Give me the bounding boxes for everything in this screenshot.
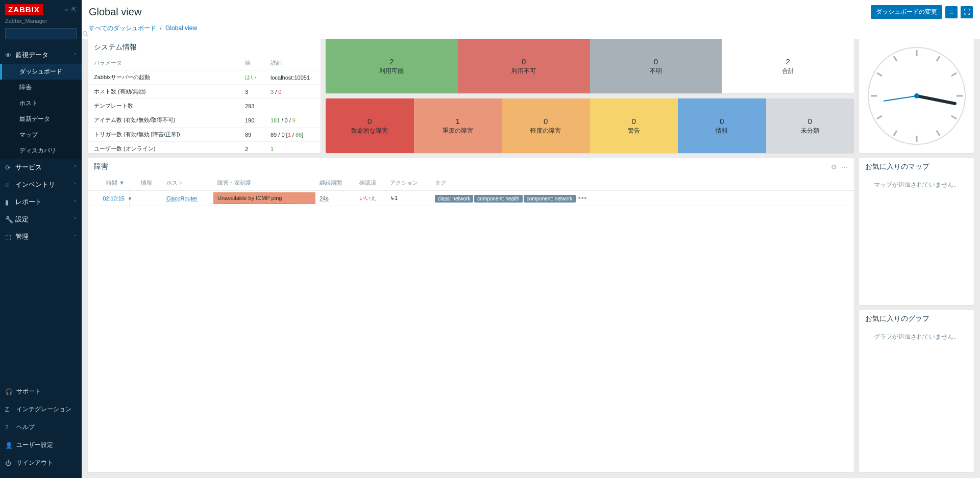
search-input[interactable]: [6, 29, 82, 39]
foot-サインアウト[interactable]: ⏻サインアウト: [0, 454, 82, 472]
status-tile-情報[interactable]: 0情報: [678, 98, 766, 153]
col-duration: 継続期間: [315, 175, 355, 191]
problem-duration: 24s: [320, 195, 329, 202]
nav-label: 設定: [15, 215, 74, 224]
nav-item-マップ[interactable]: マップ: [0, 127, 82, 143]
problem-ack[interactable]: いいえ: [359, 195, 376, 201]
status-tile-利用可能[interactable]: 2利用可能: [326, 39, 458, 93]
tile-count: 2: [389, 57, 394, 66]
tile-count: 0: [654, 57, 658, 66]
tags-more-icon[interactable]: •••: [578, 194, 587, 202]
widget-sysinfo: システム情報 パラメータ 値 詳細 Zabbixサーバーの起動はいlocalho…: [88, 39, 321, 153]
nav-label: 監視データ: [15, 51, 74, 60]
foot-label: ユーザー設定: [16, 441, 53, 449]
problem-actions[interactable]: ↳1: [386, 191, 431, 206]
problem-host[interactable]: CiscoRouter: [166, 195, 198, 202]
nav-cat-5[interactable]: ⬚管理˅: [0, 228, 82, 245]
chevron-icon: ˅: [74, 199, 77, 205]
problem-time[interactable]: 02:10:15: [88, 191, 129, 206]
status-tile-軽度の障害[interactable]: 0軽度の障害: [502, 98, 590, 153]
chevron-icon: ˅: [74, 217, 77, 222]
edit-dashboard-button[interactable]: ダッシュボードの変更: [871, 5, 942, 19]
foot-icon: ⏻: [5, 460, 16, 467]
col-host: ホスト: [162, 175, 213, 191]
nav-item-ディスカバリ[interactable]: ディスカバリ: [0, 143, 82, 159]
favgraphs-empty: グラフが追加されていません。: [859, 328, 974, 346]
tile-label: 利用可能: [379, 67, 404, 76]
nav-icon: ▮: [5, 198, 15, 206]
status-tile-利用不可[interactable]: 0利用不可: [458, 39, 590, 93]
foot-ユーザー設定[interactable]: 👤ユーザー設定: [0, 436, 82, 454]
nav-cat-1[interactable]: ⟳サービス˅: [0, 159, 82, 176]
widget-problems: 障害 ⚙ ⋯ 時間 ▼ 情報 ホスト 障害・深刻度 継続期間 確認済 アクション…: [88, 158, 854, 472]
sysinfo-row: Zabbixサーバーの起動はいlocalhost:10051: [88, 70, 321, 85]
nav-icon: 👁: [5, 52, 15, 59]
tile-label: 合計: [782, 67, 794, 76]
gear-icon[interactable]: ⚙: [831, 163, 837, 171]
status-tile-重度の障害[interactable]: 1重度の障害: [414, 98, 502, 153]
nav-cat-3[interactable]: ▮レポート˅: [0, 193, 82, 211]
tile-count: 2: [786, 57, 790, 66]
clock-face: [866, 45, 968, 147]
search-icon[interactable]: [82, 29, 88, 39]
collapse-icon[interactable]: «: [65, 6, 68, 13]
col-time[interactable]: 時間 ▼: [88, 175, 129, 191]
sysinfo-row: テンプレート数293: [88, 99, 321, 113]
foot-ヘルプ[interactable]: ?ヘルプ: [0, 418, 82, 436]
tile-label: 軽度の障害: [530, 127, 561, 135]
svg-line-1: [86, 35, 88, 36]
col-actions: アクション: [386, 175, 431, 191]
status-tile-未分類[interactable]: 0未分類: [766, 98, 854, 153]
tile-label: 致命的な障害: [351, 127, 388, 135]
server-name: Zabbix_Manager: [5, 15, 77, 28]
logo[interactable]: ZABBIX: [5, 4, 43, 15]
nav-label: 管理: [15, 232, 74, 241]
favmaps-title: お気に入りのマップ: [859, 158, 974, 175]
nav-cat-4[interactable]: 🔧設定˅: [0, 211, 82, 228]
tile-count: 0: [808, 117, 812, 125]
tile-count: 0: [368, 117, 372, 125]
fullscreen-icon[interactable]: ⛶: [961, 6, 973, 18]
nav-icon: ⬚: [5, 233, 15, 241]
tile-count: 1: [456, 117, 460, 125]
nav-label: レポート: [15, 197, 74, 207]
popout-icon[interactable]: ⇱: [71, 6, 77, 13]
problem-row: 02:10:15 CiscoRouter Unavailable by ICMP…: [88, 191, 854, 206]
chevron-icon: ˄: [74, 53, 77, 58]
favgraphs-title: お気に入りのグラフ: [859, 310, 974, 328]
col-detail: 詳細: [264, 56, 321, 70]
search-box[interactable]: [5, 28, 77, 39]
tile-count: 0: [522, 57, 526, 66]
nav-item-障害[interactable]: 障害: [0, 80, 82, 95]
col-tags: タグ: [431, 175, 854, 191]
tag[interactable]: component: health: [474, 195, 522, 203]
menu-icon[interactable]: ≡: [945, 6, 958, 18]
col-param: パラメータ: [88, 56, 239, 70]
sysinfo-row: トリガー数 (有効/無効 [障害/正常])8989 / 0 [1 / 88]: [88, 128, 321, 142]
foot-icon: ?: [5, 424, 16, 431]
foot-サポート[interactable]: 🎧サポート: [0, 383, 82, 400]
more-icon[interactable]: ⋯: [841, 163, 848, 171]
foot-インテグレーション[interactable]: Zインテグレーション: [0, 400, 82, 418]
col-severity: 障害・深刻度: [213, 175, 315, 191]
page-title: Global view: [89, 6, 141, 18]
tile-label: 利用不可: [511, 67, 536, 76]
nav-cat-0[interactable]: 👁監視データ˄: [0, 46, 82, 64]
status-tile-致命的な障害[interactable]: 0致命的な障害: [326, 98, 414, 153]
nav-item-最新データ[interactable]: 最新データ: [0, 111, 82, 127]
nav-icon: ⟳: [5, 164, 15, 171]
nav-item-ホスト[interactable]: ホスト: [0, 95, 82, 111]
tile-label: 未分類: [801, 127, 819, 135]
tile-label: 警告: [628, 127, 640, 135]
tag[interactable]: component: network: [524, 195, 576, 203]
svg-point-0: [83, 32, 87, 36]
sysinfo-row: アイテム数 (有効/無効/取得不可)190181 / 0 / 9: [88, 113, 321, 128]
status-tile-合計[interactable]: 2合計: [722, 39, 854, 93]
status-tile-警告[interactable]: 0警告: [590, 98, 678, 153]
tag[interactable]: class: network: [435, 195, 473, 203]
nav-item-ダッシュボード[interactable]: ダッシュボード: [0, 64, 82, 80]
nav-cat-2[interactable]: ≡インベントリ˅: [0, 176, 82, 193]
status-tile-不明[interactable]: 0不明: [590, 39, 722, 93]
problem-severity[interactable]: Unavailable by ICMP ping: [213, 192, 315, 204]
crumb-all-dashboards[interactable]: すべてのダッシュボード: [89, 24, 156, 32]
